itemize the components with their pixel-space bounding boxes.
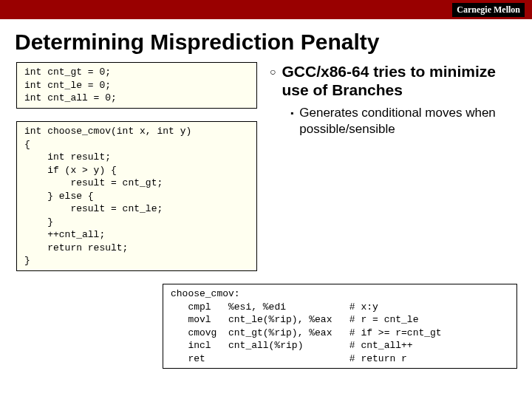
brand-label: Carnegie Mellon — [452, 3, 525, 17]
bullet-level-1: ○ GCC/x86-64 tries to minimize use of Br… — [270, 62, 517, 99]
bullet-level-2: ▪ Generates conditional moves when possi… — [290, 105, 517, 137]
slide-title: Determining Misprediction Penalty — [0, 19, 532, 62]
code-block-assembly: choose_cmov: cmpl %esi, %edi # x:y movl … — [163, 284, 517, 369]
square-bullet-icon: ▪ — [290, 105, 293, 121]
code-block-function: int choose_cmov(int x, int y) { int resu… — [16, 121, 257, 271]
code-block-globals: int cnt_gt = 0; int cnt_le = 0; int cnt_… — [16, 62, 257, 109]
circle-bullet-icon: ○ — [270, 62, 276, 81]
bullet-1-text: GCC/x86-64 tries to minimize use of Bran… — [282, 62, 517, 99]
bullet-2-text: Generates conditional moves when possibl… — [299, 105, 517, 137]
bullet-list: ○ GCC/x86-64 tries to minimize use of Br… — [270, 62, 517, 137]
header-bar: Carnegie Mellon — [0, 0, 532, 19]
